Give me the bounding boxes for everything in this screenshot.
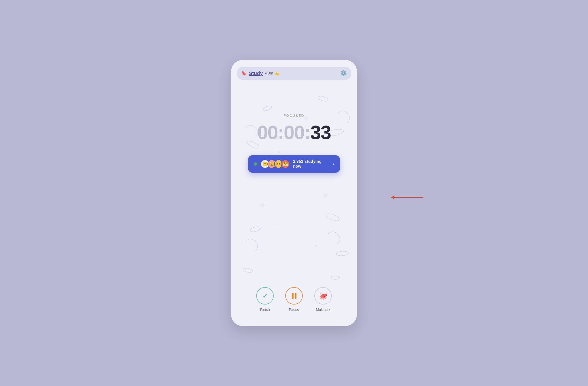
bookmark-icon: 🔖 [241,71,247,76]
main-content: FOCUSED 00:00: 33 😶 😸 😊 😤 [231,80,357,173]
svg-point-7 [250,226,261,233]
study-label[interactable]: Study [249,71,263,76]
finish-button[interactable]: ✓ [256,287,274,305]
finish-label: Finish [260,307,270,311]
header-bar: 🔖 Study 40m 👑 ⚙️ [237,67,351,80]
pause-button[interactable] [285,287,303,305]
avatar-4: 😤 [281,160,290,168]
svg-point-12 [243,268,253,273]
phone-frame: 🔖 Study 40m 👑 ⚙️ FOCUSED 00:00: 33 😶 😸 [231,60,357,326]
checkmark-icon: ✓ [262,292,268,300]
svg-point-13 [331,276,339,279]
octopus-icon: 🐙 [319,292,327,300]
timer-bold-part: 33 [310,122,331,144]
pause-label: Pause [289,307,299,311]
timer-display: 00:00: 33 [257,122,331,144]
timer-faded-part: 00:00: [257,122,310,144]
multitask-button[interactable]: 🐙 [314,287,332,305]
duration-text: 40m [265,71,273,76]
pause-icon [292,293,296,299]
bottom-controls: ✓ Finish Pause 🐙 Multitask [231,287,357,311]
studying-count-text: 2,752 studying now [293,159,329,169]
multitask-control[interactable]: 🐙 Multitask [314,287,332,311]
duration-badge: 40m 👑 [265,71,279,76]
arrow-head [391,195,394,199]
online-indicator [254,162,257,166]
studying-banner[interactable]: 😶 😸 😊 😤 2,752 studying now › [248,155,340,173]
svg-point-11 [315,245,317,247]
arrow-line [394,197,423,198]
avatars-group: 😶 😸 😊 😤 [261,160,290,168]
svg-point-9 [336,251,348,256]
pause-control[interactable]: Pause [285,287,303,311]
svg-point-8 [325,212,340,222]
arrow-annotation [391,195,423,199]
focused-label: FOCUSED [284,114,304,118]
finish-control[interactable]: ✓ Finish [256,287,274,311]
svg-point-10 [274,224,275,225]
crown-icon: 👑 [275,71,279,76]
chevron-right-icon: › [333,162,334,167]
header-left: 🔖 Study 40m 👑 [241,71,279,76]
gear-icon[interactable]: ⚙️ [340,70,347,76]
multitask-label: Multitask [316,307,330,311]
